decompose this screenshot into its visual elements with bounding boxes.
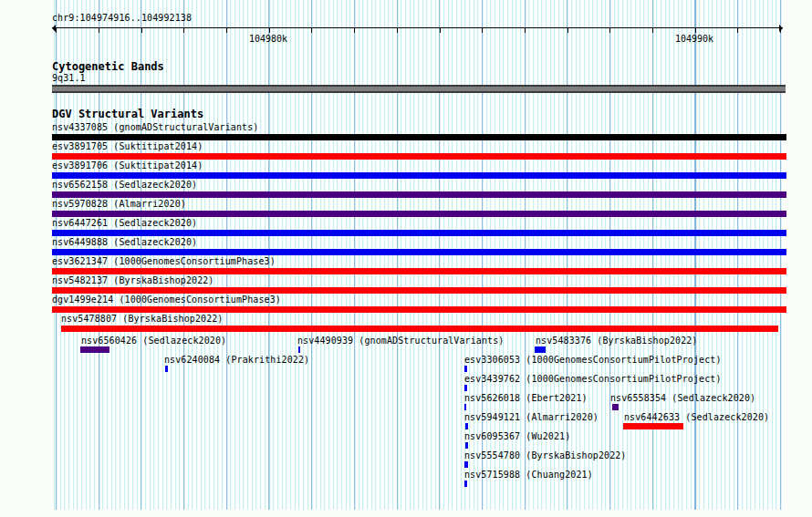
- genome-browser-panel: chr9:104974916..104992138 104980k104990k…: [0, 0, 812, 517]
- ruler-tick: [737, 27, 738, 33]
- variant-label-nsv6095367[interactable]: nsv6095367 (Wu2021): [464, 431, 570, 442]
- variant-label-nsv6447261[interactable]: nsv6447261 (Sedlazeck2020): [52, 218, 197, 229]
- variant-label-nsv6449888[interactable]: nsv6449888 (Sedlazeck2020): [52, 237, 197, 248]
- ruler-line: [52, 27, 783, 28]
- variant-label-nsv5554780[interactable]: nsv5554780 (ByrskaBishop2022): [464, 450, 627, 461]
- ruler-tick: [780, 27, 781, 33]
- variant-bar-esv3621347[interactable]: [52, 268, 786, 274]
- ruler-tick: [397, 27, 398, 33]
- variant-bar-nsv5949121[interactable]: [465, 423, 468, 429]
- dgv-track-title: DGV Structural Variants: [52, 109, 203, 120]
- cytoband-label: 9q31.1: [52, 73, 86, 84]
- ruler-tick-label: 104980k: [249, 34, 287, 45]
- ruler-tick: [183, 27, 184, 33]
- variant-bar-nsv6562158[interactable]: [52, 191, 786, 198]
- variant-label-nsv6442633[interactable]: nsv6442633 (Sedlazeck2020): [624, 412, 769, 423]
- ruler-tick: [440, 27, 441, 33]
- cytoband-bar: [52, 85, 786, 93]
- variant-bar-nsv4490939[interactable]: [298, 346, 300, 353]
- variant-label-dgv1499e214[interactable]: dgv1499e214 (1000GenomesConsortiumPhase3…: [52, 295, 281, 305]
- variant-bar-esv3306053[interactable]: [464, 366, 467, 372]
- variant-bar-nsv6442633[interactable]: [623, 423, 683, 429]
- variant-label-esv3891706[interactable]: esv3891706 (Suktitipat2014): [52, 160, 203, 171]
- region-title: chr9:104974916..104992138: [52, 13, 192, 24]
- ruler-tick: [56, 27, 57, 33]
- variant-label-nsv4337085[interactable]: nsv4337085 (gnomADStructuralVariants): [52, 122, 258, 133]
- variant-bar-esv3891705[interactable]: [52, 153, 786, 160]
- variant-bar-nsv6558354[interactable]: [612, 404, 619, 410]
- variant-bar-nsv5478807[interactable]: [61, 326, 778, 332]
- ruler-tick: [99, 27, 99, 33]
- variant-label-nsv5483376[interactable]: nsv5483376 (ByrskaBishop2022): [536, 336, 698, 346]
- variant-label-nsv6560426[interactable]: nsv6560426 (Sedlazeck2020): [81, 336, 226, 346]
- variant-label-esv3891705[interactable]: esv3891705 (Suktitipat2014): [52, 141, 203, 152]
- variant-label-nsv5626018[interactable]: nsv5626018 (Ebert2021): [464, 393, 588, 404]
- ruler-tick-label: 104990k: [675, 34, 713, 45]
- variant-label-esv3439762[interactable]: esv3439762 (1000GenomesConsortiumPilotPr…: [464, 374, 722, 385]
- variant-bar-esv3439762[interactable]: [464, 385, 467, 391]
- variant-label-nsv5970828[interactable]: nsv5970828 (Almarri2020): [52, 199, 186, 210]
- ruler-tick: [354, 27, 355, 33]
- variant-label-esv3306053[interactable]: esv3306053 (1000GenomesConsortiumPilotPr…: [464, 355, 722, 366]
- variant-label-esv3621347[interactable]: esv3621347 (1000GenomesConsortiumPhase3): [52, 256, 276, 267]
- variant-label-nsv6240084[interactable]: nsv6240084 (Prakrithi2022): [164, 355, 309, 366]
- variant-label-nsv6558354[interactable]: nsv6558354 (Sedlazeck2020): [610, 393, 755, 404]
- variant-label-nsv5478807[interactable]: nsv5478807 (ByrskaBishop2022): [61, 314, 224, 325]
- cytobands-track-title: Cytogenetic Bands: [52, 61, 164, 73]
- variant-label-nsv5715988[interactable]: nsv5715988 (Chuang2021): [464, 470, 593, 481]
- ruler-tick: [311, 27, 312, 33]
- variant-bar-nsv5715988[interactable]: [464, 481, 467, 487]
- variant-bar-nsv6447261[interactable]: [52, 230, 786, 236]
- variant-bar-esv3891706[interactable]: [52, 172, 786, 179]
- variant-bar-nsv4337085[interactable]: [52, 134, 786, 140]
- ruler-tick: [525, 27, 526, 33]
- variant-bar-nsv5626018[interactable]: [464, 404, 466, 410]
- variant-bar-nsv6560426[interactable]: [80, 346, 109, 353]
- ruler-tick: [695, 27, 696, 33]
- ruler-tick: [226, 27, 227, 33]
- variant-bar-dgv1499e214[interactable]: [52, 306, 786, 313]
- ruler-tick: [567, 27, 568, 33]
- ruler-tick: [609, 27, 610, 33]
- variant-bar-nsv6095367[interactable]: [465, 442, 468, 449]
- ruler-tick: [141, 27, 142, 33]
- variant-label-nsv5949121[interactable]: nsv5949121 (Almarri2020): [464, 412, 599, 423]
- variant-bar-nsv6240084[interactable]: [165, 366, 168, 372]
- ruler-tick: [652, 27, 653, 33]
- variant-bar-nsv5970828[interactable]: [52, 211, 786, 217]
- ruler-tick: [482, 27, 483, 33]
- variant-label-nsv6562158[interactable]: nsv6562158 (Sedlazeck2020): [52, 180, 197, 191]
- variant-label-nsv4490939[interactable]: nsv4490939 (gnomADStructuralVariants): [297, 336, 504, 346]
- variant-label-nsv5482137[interactable]: nsv5482137 (ByrskaBishop2022): [52, 275, 214, 286]
- ruler-tick: [269, 27, 270, 33]
- variant-bar-nsv5482137[interactable]: [52, 287, 786, 294]
- variant-bar-nsv5483376[interactable]: [535, 346, 546, 353]
- variant-bar-nsv6449888[interactable]: [52, 249, 786, 255]
- variant-bar-nsv5554780[interactable]: [464, 461, 468, 468]
